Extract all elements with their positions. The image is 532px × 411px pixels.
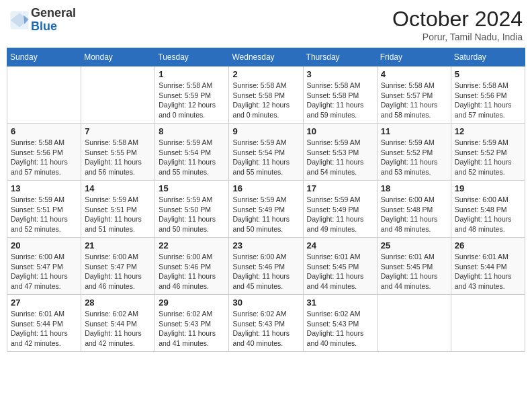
day-number: 4 (381, 69, 447, 79)
calendar-cell: 23Sunrise: 6:00 AMSunset: 5:46 PMDayligh… (229, 238, 303, 295)
calendar-cell: 8Sunrise: 5:59 AMSunset: 5:54 PMDaylight… (155, 124, 229, 181)
col-tuesday: Tuesday (155, 48, 229, 66)
calendar-cell: 30Sunrise: 6:02 AMSunset: 5:43 PMDayligh… (229, 295, 303, 352)
day-info: Sunrise: 5:59 AMSunset: 5:52 PMDaylight:… (455, 138, 521, 177)
calendar-cell: 4Sunrise: 5:58 AMSunset: 5:57 PMDaylight… (377, 66, 451, 124)
day-info: Sunrise: 5:59 AMSunset: 5:54 PMDaylight:… (159, 138, 225, 177)
calendar-cell: 17Sunrise: 5:59 AMSunset: 5:49 PMDayligh… (303, 181, 377, 238)
week-row-5: 27Sunrise: 6:01 AMSunset: 5:44 PMDayligh… (7, 295, 525, 352)
week-row-1: 1Sunrise: 5:58 AMSunset: 5:59 PMDaylight… (7, 66, 525, 124)
day-info: Sunrise: 5:58 AMSunset: 5:55 PMDaylight:… (85, 138, 151, 177)
day-number: 29 (159, 298, 225, 308)
day-info: Sunrise: 5:59 AMSunset: 5:53 PMDaylight:… (307, 138, 373, 177)
day-info: Sunrise: 5:58 AMSunset: 5:58 PMDaylight:… (307, 81, 373, 120)
calendar-cell: 5Sunrise: 5:58 AMSunset: 5:56 PMDaylight… (451, 66, 525, 124)
day-info: Sunrise: 6:01 AMSunset: 5:45 PMDaylight:… (307, 252, 373, 291)
day-info: Sunrise: 5:58 AMSunset: 5:59 PMDaylight:… (159, 81, 225, 120)
day-number: 10 (307, 126, 373, 136)
day-info: Sunrise: 5:59 AMSunset: 5:50 PMDaylight:… (159, 195, 225, 234)
calendar-cell: 9Sunrise: 5:59 AMSunset: 5:54 PMDaylight… (229, 124, 303, 181)
week-row-2: 6Sunrise: 5:58 AMSunset: 5:56 PMDaylight… (7, 124, 525, 181)
day-info: Sunrise: 6:00 AMSunset: 5:46 PMDaylight:… (159, 252, 225, 291)
calendar-cell: 24Sunrise: 6:01 AMSunset: 5:45 PMDayligh… (303, 238, 377, 295)
day-info: Sunrise: 5:58 AMSunset: 5:57 PMDaylight:… (381, 81, 447, 120)
col-saturday: Saturday (451, 48, 525, 66)
day-number: 1 (159, 69, 225, 79)
day-number: 13 (11, 183, 77, 193)
day-info: Sunrise: 6:02 AMSunset: 5:43 PMDaylight:… (307, 309, 373, 349)
col-sunday: Sunday (7, 48, 81, 66)
day-info: Sunrise: 5:58 AMSunset: 5:56 PMDaylight:… (455, 81, 521, 120)
day-number: 26 (455, 240, 521, 250)
logo-text: General Blue (31, 7, 76, 34)
logo: General Blue (9, 7, 76, 34)
week-row-4: 20Sunrise: 6:00 AMSunset: 5:47 PMDayligh… (7, 238, 525, 295)
day-number: 15 (159, 183, 225, 193)
day-info: Sunrise: 6:02 AMSunset: 5:43 PMDaylight:… (232, 309, 299, 349)
page-header: General Blue October 2024 Porur, Tamil N… (7, 7, 525, 42)
day-info: Sunrise: 6:02 AMSunset: 5:44 PMDaylight:… (85, 309, 151, 349)
calendar-cell: 14Sunrise: 5:59 AMSunset: 5:51 PMDayligh… (81, 181, 155, 238)
day-info: Sunrise: 6:00 AMSunset: 5:47 PMDaylight:… (85, 252, 151, 291)
calendar-cell: 1Sunrise: 5:58 AMSunset: 5:59 PMDaylight… (155, 66, 229, 124)
day-info: Sunrise: 6:00 AMSunset: 5:48 PMDaylight:… (381, 195, 447, 234)
calendar-cell (451, 295, 525, 352)
day-info: Sunrise: 5:59 AMSunset: 5:52 PMDaylight:… (381, 138, 447, 177)
day-number: 25 (381, 240, 447, 250)
calendar-cell: 31Sunrise: 6:02 AMSunset: 5:43 PMDayligh… (303, 295, 377, 352)
location-text: Porur, Tamil Nadu, India (392, 32, 523, 42)
month-title: October 2024 (392, 7, 523, 32)
day-number: 31 (307, 298, 373, 308)
calendar-cell: 27Sunrise: 6:01 AMSunset: 5:44 PMDayligh… (7, 295, 81, 352)
title-section: October 2024 Porur, Tamil Nadu, India (392, 7, 523, 42)
day-info: Sunrise: 6:00 AMSunset: 5:46 PMDaylight:… (232, 252, 299, 291)
calendar-cell: 10Sunrise: 5:59 AMSunset: 5:53 PMDayligh… (303, 124, 377, 181)
calendar-cell: 26Sunrise: 6:01 AMSunset: 5:44 PMDayligh… (451, 238, 525, 295)
day-number: 17 (307, 183, 373, 193)
day-number: 7 (85, 126, 151, 136)
calendar-cell: 19Sunrise: 6:00 AMSunset: 5:48 PMDayligh… (451, 181, 525, 238)
calendar-cell: 16Sunrise: 5:59 AMSunset: 5:49 PMDayligh… (229, 181, 303, 238)
calendar-cell: 22Sunrise: 6:00 AMSunset: 5:46 PMDayligh… (155, 238, 229, 295)
calendar-cell: 29Sunrise: 6:02 AMSunset: 5:43 PMDayligh… (155, 295, 229, 352)
day-info: Sunrise: 5:59 AMSunset: 5:51 PMDaylight:… (11, 195, 77, 234)
day-number: 8 (159, 126, 225, 136)
calendar-cell: 15Sunrise: 5:59 AMSunset: 5:50 PMDayligh… (155, 181, 229, 238)
day-info: Sunrise: 6:01 AMSunset: 5:45 PMDaylight:… (381, 252, 447, 291)
calendar-cell (377, 295, 451, 352)
calendar-cell: 13Sunrise: 5:59 AMSunset: 5:51 PMDayligh… (7, 181, 81, 238)
day-number: 21 (85, 240, 151, 250)
day-number: 6 (11, 126, 77, 136)
day-number: 11 (381, 126, 447, 136)
day-number: 3 (307, 69, 373, 79)
calendar-cell: 2Sunrise: 5:58 AMSunset: 5:58 PMDaylight… (229, 66, 303, 124)
day-info: Sunrise: 5:59 AMSunset: 5:49 PMDaylight:… (307, 195, 373, 234)
col-wednesday: Wednesday (229, 48, 303, 66)
col-friday: Friday (377, 48, 451, 66)
day-info: Sunrise: 6:01 AMSunset: 5:44 PMDaylight:… (455, 252, 521, 291)
day-number: 2 (232, 69, 299, 79)
day-info: Sunrise: 5:58 AMSunset: 5:58 PMDaylight:… (232, 81, 299, 120)
day-number: 23 (232, 240, 299, 250)
day-number: 19 (455, 183, 521, 193)
calendar-cell: 12Sunrise: 5:59 AMSunset: 5:52 PMDayligh… (451, 124, 525, 181)
calendar-cell: 6Sunrise: 5:58 AMSunset: 5:56 PMDaylight… (7, 124, 81, 181)
day-number: 24 (307, 240, 373, 250)
calendar-cell: 18Sunrise: 6:00 AMSunset: 5:48 PMDayligh… (377, 181, 451, 238)
day-info: Sunrise: 5:59 AMSunset: 5:54 PMDaylight:… (232, 138, 299, 177)
calendar-cell: 21Sunrise: 6:00 AMSunset: 5:47 PMDayligh… (81, 238, 155, 295)
day-info: Sunrise: 5:58 AMSunset: 5:56 PMDaylight:… (11, 138, 77, 177)
day-number: 12 (455, 126, 521, 136)
day-number: 14 (85, 183, 151, 193)
calendar-table: Sunday Monday Tuesday Wednesday Thursday… (7, 48, 525, 352)
calendar-cell: 3Sunrise: 5:58 AMSunset: 5:58 PMDaylight… (303, 66, 377, 124)
logo-blue-text: Blue (31, 20, 76, 34)
day-number: 16 (232, 183, 299, 193)
logo-general-text: General (31, 7, 76, 20)
col-monday: Monday (81, 48, 155, 66)
day-number: 28 (85, 298, 151, 308)
logo-icon (9, 10, 30, 30)
calendar-cell: 20Sunrise: 6:00 AMSunset: 5:47 PMDayligh… (7, 238, 81, 295)
day-number: 27 (11, 298, 77, 308)
day-info: Sunrise: 5:59 AMSunset: 5:49 PMDaylight:… (232, 195, 299, 234)
